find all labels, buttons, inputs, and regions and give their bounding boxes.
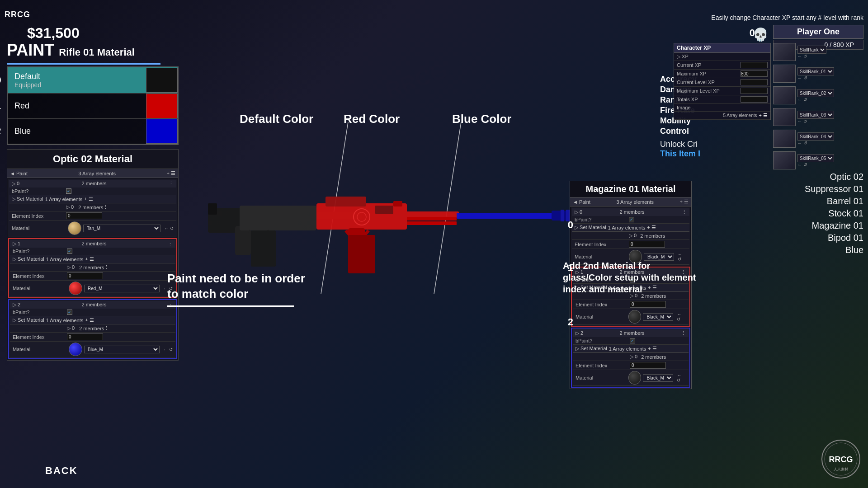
change-text: Easily change Character XP start any # l…: [711, 14, 863, 23]
mag-setmat-0: ▷ Set Material1 Array elements+ ☰: [572, 224, 689, 232]
mag-elemidx-input-2[interactable]: [630, 362, 666, 369]
paint-item-label-blue: Blue: [8, 122, 146, 141]
paint-item-default[interactable]: 0 Default Equipped: [8, 67, 178, 94]
skin-dropdown-1[interactable]: SkillRank_01: [797, 67, 834, 75]
optic-sub-2: ▷ 02 members⋮: [10, 324, 175, 333]
skin-dropdown-0[interactable]: SkillRank: [797, 46, 826, 54]
mag-member-0-header: ▷ 02 members⋮: [572, 208, 689, 216]
paint-item-red[interactable]: 1 Red: [8, 94, 178, 119]
mag-paint-label: ◄ Paint: [573, 199, 590, 205]
optic-controls[interactable]: + ☰: [167, 170, 175, 176]
magazine-title: Magazine 01 Material: [570, 181, 691, 197]
attachment-optic[interactable]: Optic 02: [764, 172, 863, 182]
skin-dropdown-5[interactable]: SkillRank_05: [797, 154, 834, 162]
mag-bpaint-check-2[interactable]: [630, 338, 635, 343]
char-xp-xp-row: ▷ XP: [674, 53, 770, 61]
optic-mat-dropdown-0[interactable]: Tan_M: [83, 225, 160, 232]
mag-mat-dropdown-1[interactable]: Black_M: [643, 313, 673, 321]
mag-bpaint-check-0[interactable]: [629, 217, 634, 222]
mag-elemidx-0: Element Index: [572, 240, 689, 249]
attachment-list: Optic 02 Suppressor 01 Barrel 01 Stock 0…: [764, 172, 863, 257]
mag-member-0: ▷ 02 members⋮ bPaint? ▷ Set Material1 Ar…: [571, 207, 690, 266]
char-xp-image: Image: [674, 104, 770, 112]
totals-xp-input[interactable]: [741, 96, 768, 103]
paint-item-blue[interactable]: 2 Blue: [8, 119, 178, 144]
mag-elemidx-input-0[interactable]: [629, 241, 665, 248]
attachment-blue[interactable]: Blue: [764, 245, 863, 255]
skin-panel-row-0: SkillRank ← ↺: [773, 43, 863, 61]
mag-num-1: 1: [568, 262, 573, 274]
mag-bpaint-0: bPaint?: [572, 216, 689, 224]
mag-material-1: Material Black_M ← ↺: [573, 309, 689, 325]
attachment-bipod[interactable]: Bipod 01: [764, 233, 863, 243]
paint-underline: [7, 63, 160, 65]
skin-thumb-5: [773, 151, 796, 169]
svg-rect-16: [457, 213, 561, 219]
skull-icon: 💀: [753, 27, 769, 42]
mag-mat-dropdown-0[interactable]: Black_M: [644, 253, 674, 261]
rrcg-logo-svg: RRCG 人人素材: [821, 439, 861, 479]
optic-mat-ball-0: [68, 221, 81, 235]
paint-item-num-2: 2: [0, 126, 5, 136]
optic-elemidx-input-2[interactable]: [67, 333, 103, 340]
mag-array-count: 3 Array elements: [616, 199, 654, 205]
paint-item-num-1: 1: [0, 101, 5, 111]
attachment-magazine[interactable]: Magazine 01: [764, 221, 863, 231]
optic-elemidx-input-0[interactable]: [66, 212, 102, 219]
optic-bpaint-check-2[interactable]: [67, 310, 72, 315]
optic-sub-1: ▷ 02 members⋮: [10, 263, 175, 272]
char-xp-max: Maximum XP: [674, 70, 770, 78]
optic-mat-dropdown-2[interactable]: Blue_M: [84, 346, 160, 353]
svg-rect-14: [393, 201, 402, 206]
player-zero: 0: [750, 27, 755, 39]
optic-material-0: Material Tan_M ← ↺: [9, 221, 176, 236]
current-level-xp-input[interactable]: [741, 79, 768, 85]
skin-dropdown-3[interactable]: SkillRank_03: [797, 111, 834, 119]
svg-text:人人素材: 人人素材: [834, 467, 848, 471]
attachment-barrel[interactable]: Barrel 01: [764, 196, 863, 206]
optic-material-2: Material Blue_M ← ↺: [10, 342, 175, 357]
skin-panel-row-5: SkillRank_05 ← ↺: [773, 151, 863, 169]
optic-bpaint-check-0[interactable]: [66, 188, 71, 194]
paint-item-label-red: Red: [8, 97, 146, 115]
svg-rect-24: [407, 221, 457, 225]
optic-member-1: ▷ 12 members⋮ bPaint? ▷ Set Material1 Ar…: [8, 238, 177, 298]
gun-display-area: [194, 122, 588, 294]
max-level-xp-input[interactable]: [741, 88, 768, 94]
mag-elemidx-2: Element Index: [573, 361, 689, 370]
skin-panel-row-4: SkillRank_04 ← ↺: [773, 130, 863, 148]
svg-rect-15: [375, 206, 393, 214]
skin-dropdown-2[interactable]: SkillRank_02: [797, 89, 834, 97]
char-xp-current-level: Current Level XP: [674, 78, 770, 87]
optic-elemidx-input-1[interactable]: [67, 272, 103, 279]
attachment-suppressor[interactable]: Suppressor 01: [764, 184, 863, 194]
mag-sub-2: ▷ 02 members: [573, 353, 689, 361]
paint-panel: PAINT Rifle 01 Material 0 Default Equipp…: [7, 41, 179, 145]
char-xp-title: Character XP: [674, 43, 770, 53]
optic-member-1-header: ▷ 12 members⋮: [10, 240, 175, 248]
svg-rect-23: [407, 217, 457, 221]
rrcg-logo: RRCG 人人素材: [821, 439, 861, 481]
skin-thumb-3: [773, 108, 796, 126]
skin-dropdown-4[interactable]: SkillRank_04: [797, 132, 834, 141]
back-button[interactable]: BACK: [45, 465, 78, 477]
optic-bpaint-check-1[interactable]: [67, 249, 72, 254]
current-xp-input[interactable]: [741, 62, 768, 68]
mag-member-2: ▷ 22 members⋮ bPaint? ▷ Set Material1 Ar…: [571, 328, 690, 388]
attachment-stock[interactable]: Stock 01: [764, 208, 863, 219]
skin-thumb-4: [773, 130, 796, 148]
paint-color-swatch-2: [146, 119, 178, 144]
app-logo: RRCG: [5, 10, 30, 19]
mag-sub-0: ▷ 02 members: [572, 232, 689, 240]
mag-elemidx-input-1[interactable]: [630, 301, 666, 308]
char-xp-totals: Totals XP: [674, 95, 770, 104]
mag-mat-dropdown-2[interactable]: Black_M: [643, 374, 673, 382]
price-display: $31,500: [27, 25, 80, 42]
skin-panel-row-1: SkillRank_01 ← ↺: [773, 65, 863, 83]
skin-panel-row-2: SkillRank_02 ← ↺: [773, 86, 863, 104]
mag-mat-ball-2: [628, 371, 641, 385]
mag-header: ◄ Paint 3 Array elements + ☰: [570, 197, 691, 206]
max-xp-input[interactable]: [741, 70, 768, 77]
optic-ue-panel: ◄ Paint 3 Array elements + ☰ ▷ 02 member…: [7, 169, 178, 359]
optic-mat-dropdown-1[interactable]: Red_M: [84, 285, 160, 292]
